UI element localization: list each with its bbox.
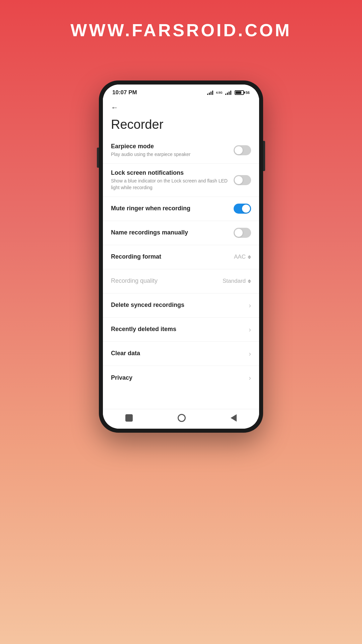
signal-icon	[207, 90, 213, 95]
toggle-mute-ringer[interactable]	[234, 204, 251, 214]
quality-current-value: Standard	[223, 278, 246, 284]
setting-earpiece-left: Earpiece mode Play audio using the earpi…	[111, 143, 234, 158]
setting-mute-left: Mute ringer when recording	[111, 205, 234, 212]
select-quality-value[interactable]: Standard	[223, 278, 251, 284]
setting-recording-quality[interactable]: Recording quality Standard	[103, 269, 259, 293]
toggle-lock-screen[interactable]	[234, 175, 251, 185]
arrow-privacy: ›	[249, 374, 251, 382]
setting-earpiece-subtitle: Play audio using the earpiece speaker	[111, 151, 228, 158]
arrow-recently-deleted: ›	[249, 326, 251, 333]
page-title: Recorder	[103, 115, 259, 137]
status-time: 10:07 PM	[112, 89, 137, 96]
setting-earpiece-title: Earpiece mode	[111, 143, 228, 150]
battery-icon	[235, 90, 244, 95]
setting-clear-title: Clear data	[111, 350, 243, 357]
arrow-clear-data: ›	[249, 350, 251, 358]
setting-privacy-title: Privacy	[111, 374, 243, 382]
setting-privacy-left: Privacy	[111, 374, 249, 382]
signal-icon-2	[225, 90, 231, 95]
setting-lock-screen: Lock screen notifications Show a blue in…	[103, 164, 259, 197]
setting-quality-left: Recording quality	[111, 277, 223, 285]
toggle-earpiece[interactable]	[234, 145, 251, 155]
setting-recent-title: Recently deleted items	[111, 325, 243, 333]
watermark: WWW.FARSROID.COM	[70, 20, 291, 40]
setting-format-left: Recording format	[111, 253, 234, 261]
setting-lock-left: Lock screen notifications Show a blue in…	[111, 169, 234, 191]
network-type-label: 4.5G	[216, 91, 223, 94]
format-current-value: AAC	[234, 254, 246, 260]
setting-clear-data[interactable]: Clear data ›	[103, 342, 259, 366]
setting-mute-title: Mute ringer when recording	[111, 205, 228, 212]
setting-lock-subtitle: Show a blue indicator on the Lock screen…	[111, 178, 228, 191]
chevron-updown-quality	[248, 279, 251, 283]
setting-name-left: Name recordings manually	[111, 229, 234, 236]
phone-screen: 10:07 PM 4.5G 56	[103, 85, 259, 429]
toggle-name-recordings[interactable]	[234, 228, 251, 238]
setting-mute-ringer: Mute ringer when recording	[103, 197, 259, 221]
back-nav: ←	[103, 98, 259, 115]
nav-bar	[103, 409, 259, 429]
battery-label: 56	[246, 91, 250, 95]
square-icon	[125, 414, 133, 422]
triangle-icon	[231, 414, 237, 422]
home-button[interactable]	[178, 414, 186, 422]
status-bar: 10:07 PM 4.5G 56	[103, 85, 259, 98]
status-icons: 4.5G 56	[207, 90, 250, 95]
setting-delete-title: Delete synced recordings	[111, 301, 243, 309]
select-format-value[interactable]: AAC	[234, 254, 251, 260]
setting-recent-left: Recently deleted items	[111, 325, 249, 333]
setting-recording-format[interactable]: Recording format AAC	[103, 245, 259, 269]
chevron-updown-format	[248, 255, 251, 259]
setting-lock-title: Lock screen notifications	[111, 169, 228, 177]
settings-content: ← Recorder Earpiece mode Play audio usin…	[103, 98, 259, 409]
back-button[interactable]: ←	[111, 103, 118, 112]
circle-icon	[178, 414, 186, 422]
arrow-delete-synced: ›	[249, 302, 251, 309]
recent-apps-button[interactable]	[125, 414, 133, 422]
setting-clear-left: Clear data	[111, 350, 249, 357]
setting-delete-left: Delete synced recordings	[111, 301, 249, 309]
setting-recently-deleted[interactable]: Recently deleted items ›	[103, 318, 259, 342]
setting-quality-title: Recording quality	[111, 277, 217, 285]
setting-format-title: Recording format	[111, 253, 229, 261]
back-nav-button[interactable]	[231, 414, 237, 422]
phone-frame: 10:07 PM 4.5G 56	[99, 80, 263, 433]
setting-name-recordings: Name recordings manually	[103, 221, 259, 245]
setting-privacy[interactable]: Privacy ›	[103, 366, 259, 390]
setting-name-title: Name recordings manually	[111, 229, 228, 236]
setting-delete-synced[interactable]: Delete synced recordings ›	[103, 293, 259, 318]
setting-earpiece-mode: Earpiece mode Play audio using the earpi…	[103, 137, 259, 164]
settings-list: Earpiece mode Play audio using the earpi…	[103, 137, 259, 409]
